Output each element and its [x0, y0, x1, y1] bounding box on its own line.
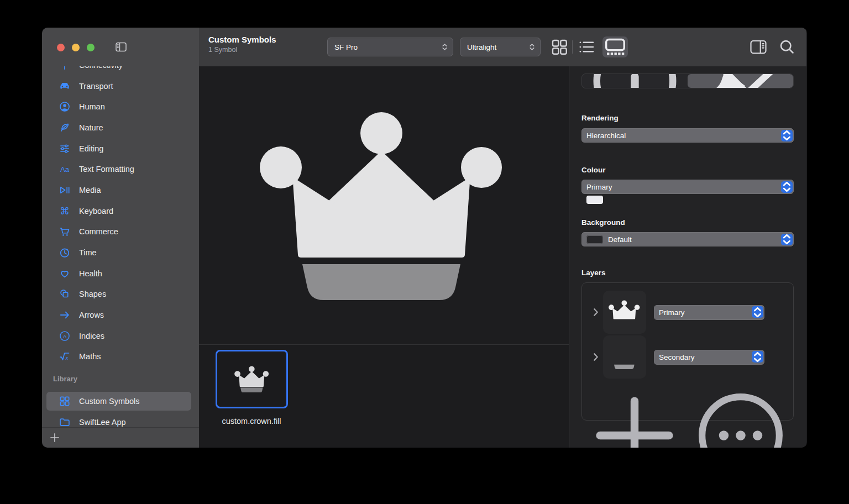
command-icon: ⌘ — [59, 205, 71, 217]
stepper-icon[interactable] — [781, 234, 793, 245]
sidebar-item[interactable]: Media — [42, 180, 199, 201]
antenna-icon — [59, 66, 71, 71]
minimize-window-button[interactable] — [72, 44, 80, 51]
rendering-select[interactable]: Hierarchical — [581, 128, 794, 143]
chevron-up-down-icon — [441, 43, 448, 51]
sidebar-item-label: Nature — [79, 123, 103, 132]
sidebar-item[interactable]: Nature — [42, 117, 199, 138]
sidebar-item[interactable]: Aa Text Formatting — [42, 159, 199, 180]
svg-text:⌘: ⌘ — [60, 206, 70, 217]
sidebar-scroll-area[interactable]: Connectivity Transport Human Nature Edit… — [42, 66, 199, 427]
search-button[interactable] — [777, 37, 797, 57]
layer-primary-select[interactable]: Primary — [654, 305, 764, 320]
library-section-header: Library — [53, 375, 199, 385]
search-icon — [777, 37, 797, 57]
stepper-icon[interactable] — [781, 181, 793, 193]
close-window-button[interactable] — [57, 44, 65, 51]
tab-info[interactable] — [582, 74, 688, 88]
weight-select[interactable]: Ultralight — [460, 38, 541, 56]
sidebar-item-label: Text Formatting — [79, 165, 134, 174]
text-formatting-icon: Aa — [59, 163, 71, 175]
sidebar-item-label: Custom Symbols — [79, 397, 140, 406]
svg-text:x: x — [65, 355, 69, 361]
layer-secondary-thumbnail[interactable] — [603, 335, 646, 379]
layer-secondary-select[interactable]: Secondary — [654, 350, 764, 365]
car-icon — [59, 80, 71, 92]
sidebar-item-label: Shapes — [79, 290, 106, 298]
sidebar-item-label: Indices — [79, 332, 104, 340]
crown-base-icon — [609, 345, 641, 369]
leaf-icon — [59, 122, 71, 134]
folder-icon — [59, 416, 71, 427]
info-icon — [582, 74, 688, 88]
crown-symbol-preview — [259, 111, 509, 301]
category-list: Connectivity Transport Human Nature Edit… — [42, 66, 199, 367]
sidebar-item[interactable]: Time — [42, 242, 199, 263]
window-title-group: Custom Symbols 1 Symbol — [208, 35, 276, 54]
chevron-right-icon[interactable] — [590, 306, 602, 318]
sliders-icon — [59, 143, 71, 155]
sidebar-item-label: Commerce — [79, 227, 118, 236]
background-label: Background — [581, 218, 794, 228]
paintbrush-icon — [688, 74, 793, 88]
stepper-icon[interactable] — [752, 306, 763, 318]
shapes-icon — [59, 288, 71, 300]
add-library-button[interactable] — [49, 432, 61, 444]
tab-appearance[interactable] — [688, 74, 793, 88]
sidebar-item[interactable]: Human — [42, 96, 199, 117]
cart-icon — [59, 225, 71, 238]
add-layer-button[interactable] — [581, 382, 688, 448]
colour-select[interactable]: Primary — [581, 180, 794, 194]
sidebar-item[interactable]: Health — [42, 263, 199, 284]
sidebar-item[interactable]: Transport — [42, 76, 199, 97]
sidebar-item[interactable]: Arrows — [42, 305, 199, 326]
heart-icon — [59, 267, 71, 280]
layer-row-primary: Primary — [590, 291, 793, 334]
symbol-thumbnail-selected[interactable] — [216, 350, 288, 408]
sidebar-item[interactable]: SwiftLee App — [46, 413, 191, 427]
layers-footer — [581, 427, 794, 444]
toolbar: Custom Symbols 1 Symbol SF Pro Ultraligh… — [199, 28, 806, 66]
more-options-button[interactable] — [688, 382, 794, 448]
layers-label: Layers — [581, 269, 794, 278]
stepper-icon[interactable] — [781, 130, 793, 141]
sidebar-item[interactable]: ⌘ Keyboard — [42, 201, 199, 222]
circled-a-icon: A — [59, 330, 71, 342]
inspector-panel: Rendering Hierarchical Colour Primary Ba… — [569, 66, 806, 448]
sidebar-item[interactable]: Commerce — [42, 222, 199, 243]
symbol-count: 1 Symbol — [208, 46, 276, 54]
font-select[interactable]: SF Pro — [327, 38, 453, 56]
inspector-toggle-button[interactable] — [748, 37, 768, 57]
sidebar-item-label: Transport — [79, 82, 113, 91]
sidebar-toggle-icon[interactable] — [114, 40, 128, 54]
sidebar-item[interactable]: Connectivity — [42, 66, 199, 76]
grid-squares-icon — [59, 395, 71, 407]
sidebar-item[interactable]: A Indices — [42, 326, 199, 347]
sidebar-item[interactable]: x Maths — [42, 347, 199, 368]
background-select[interactable]: Default — [581, 232, 794, 246]
list-view-button[interactable] — [577, 37, 596, 57]
zoom-window-button[interactable] — [87, 44, 95, 51]
sidebar-item[interactable]: Editing — [42, 138, 199, 159]
sidebar-item[interactable]: Shapes — [42, 284, 199, 305]
svg-text:Aa: Aa — [60, 165, 70, 174]
grid-view-button[interactable] — [549, 37, 569, 57]
app-window: Connectivity Transport Human Nature Edit… — [42, 28, 807, 448]
crown-thumbnail-icon — [234, 366, 270, 393]
sidebar-item-label: Human — [79, 102, 105, 111]
inspector-tab-bar — [581, 74, 794, 88]
sidebar-item-label: Connectivity — [79, 66, 123, 70]
crown-top-icon — [609, 300, 641, 324]
gallery-view-button[interactable] — [602, 36, 628, 57]
layer-row-secondary: Secondary — [590, 335, 793, 379]
sidebar-bottom-bar — [42, 427, 199, 448]
layer-primary-thumbnail[interactable] — [603, 291, 646, 334]
sidebar-item-label: Keyboard — [79, 207, 113, 216]
sidebar-item-label: Maths — [79, 352, 101, 361]
sidebar-item-label: Time — [79, 248, 97, 257]
chevron-right-icon[interactable] — [590, 351, 602, 363]
sidebar-item[interactable]: Custom Symbols — [46, 392, 191, 411]
svg-text:A: A — [63, 333, 67, 339]
thumbnail-strip: custom.crown.fill — [199, 344, 569, 448]
stepper-icon[interactable] — [752, 351, 763, 363]
